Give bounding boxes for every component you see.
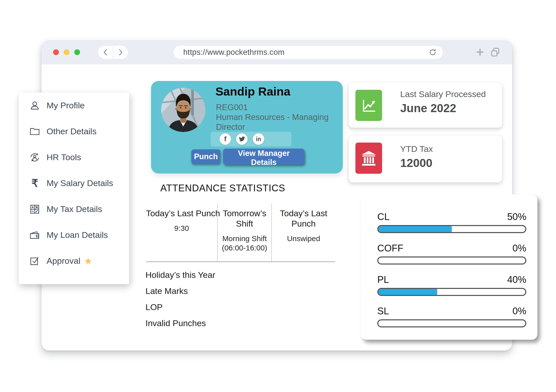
- approval-icon: [29, 255, 41, 267]
- leave-label: CL: [377, 211, 390, 222]
- last-salary-card: Last Salary Processed June 2022: [349, 82, 502, 128]
- attendance-divider: [146, 262, 335, 262]
- sidebar-item-label: Other Details: [47, 126, 96, 136]
- bank-icon: [355, 143, 382, 174]
- sidebar-item-approval[interactable]: Approval ★: [29, 248, 129, 274]
- list-item-lop: LOP: [145, 303, 215, 311]
- employee-designation: Human Resources - Managing Director: [216, 112, 337, 132]
- attendance-col-value: Unswiped: [274, 234, 333, 243]
- attendance-col-value: Morning Shift (06:00-16:00): [220, 234, 269, 252]
- pl-progress-bar: [377, 288, 526, 296]
- leave-label: COFF: [377, 243, 403, 253]
- avatar: [161, 88, 205, 132]
- list-item-holidays: Holiday’s this Year: [145, 271, 215, 279]
- sidebar-item-label: My Loan Details: [47, 230, 108, 240]
- attendance-col-value: 9:30: [146, 224, 217, 233]
- new-tab-button[interactable]: +: [472, 44, 488, 60]
- list-item-invalid-punches: Invalid Punches: [145, 319, 215, 327]
- view-manager-details-button[interactable]: View Manager Details: [223, 149, 305, 165]
- chart-up-icon: [355, 90, 382, 121]
- folder-icon: [29, 126, 41, 137]
- leave-percent: 50%: [507, 211, 526, 222]
- leave-row-sl: SL 0%: [377, 306, 526, 327]
- facebook-icon[interactable]: f: [219, 133, 231, 145]
- wallet-icon: [29, 229, 41, 241]
- sidebar-item-label: My Tax Details: [47, 204, 102, 214]
- sidebar-item-my-loan-details[interactable]: My Loan Details: [29, 222, 129, 248]
- attendance-col-header: Today’s Last Punch: [274, 208, 333, 229]
- leave-row-pl: PL 40%: [377, 274, 526, 296]
- sl-progress-bar: [377, 319, 526, 327]
- url-text: https://www.pockethrms.com: [183, 48, 284, 57]
- attendance-col-header: Today’s Last Punch: [146, 208, 217, 219]
- summary-card-label: YTD Tax: [400, 144, 433, 154]
- sidebar-item-other-details[interactable]: Other Details: [29, 118, 129, 144]
- ytd-tax-card: YTD Tax 12000: [349, 135, 502, 183]
- maximize-window-button[interactable]: [74, 49, 80, 55]
- sidebar-item-label: HR Tools: [47, 152, 81, 162]
- sidebar-menu: My Profile Other Details HR Tools ₹: [19, 93, 129, 284]
- employee-id: REG001: [216, 103, 248, 112]
- attendance-col-todays-last-punch-2: Today’s Last Punch Unswiped: [272, 204, 335, 262]
- sidebar-item-label: My Profile: [47, 101, 85, 110]
- punch-button[interactable]: Punch: [191, 149, 220, 164]
- sidebar-item-label: Approval: [47, 256, 80, 266]
- attendance-col-header: Tomorrow’s Shift: [220, 208, 269, 229]
- sidebar-item-label: My Salary Details: [47, 178, 113, 188]
- calculator-icon: [29, 203, 41, 215]
- leave-row-cl: CL 50%: [377, 211, 526, 233]
- close-window-button[interactable]: [53, 49, 59, 55]
- star-icon: ★: [84, 256, 92, 266]
- cl-progress-bar: [377, 225, 526, 233]
- pl-progress-fill: [378, 289, 437, 295]
- attendance-col-todays-last-punch: Today’s Last Punch 9:30: [146, 204, 218, 262]
- hr-tools-icon: [29, 152, 41, 163]
- attendance-col-tomorrows-shift: Tomorrow’s Shift Morning Shift (06:00-16…: [218, 204, 272, 262]
- browser-toolbar: https://www.pockethrms.com +: [42, 40, 512, 64]
- coff-progress-bar: [377, 256, 526, 265]
- back-button[interactable]: [98, 46, 113, 59]
- sidebar-item-my-salary-details[interactable]: ₹ My Salary Details: [29, 170, 129, 196]
- leave-row-coff: COFF 0%: [377, 243, 526, 265]
- linkedin-icon[interactable]: in: [253, 133, 264, 145]
- tab-overview-icon[interactable]: [490, 47, 501, 59]
- forward-button[interactable]: [113, 46, 128, 59]
- attendance-columns: Today’s Last Punch 9:30 Tomorrow’s Shift…: [146, 204, 335, 262]
- social-links: f in: [219, 133, 264, 145]
- sidebar-item-my-profile[interactable]: My Profile: [29, 93, 129, 118]
- leave-label: SL: [377, 306, 389, 316]
- user-icon: [29, 100, 41, 111]
- sidebar-item-my-tax-details[interactable]: My Tax Details: [29, 196, 129, 222]
- sidebar-item-hr-tools[interactable]: HR Tools: [29, 144, 129, 170]
- leave-label: PL: [377, 274, 389, 285]
- leave-percent: 0%: [512, 306, 526, 316]
- list-item-late-marks: Late Marks: [145, 287, 215, 295]
- address-bar[interactable]: https://www.pockethrms.com: [174, 46, 443, 59]
- nav-buttons: [98, 46, 128, 59]
- summary-card-label: Last Salary Processed: [400, 89, 486, 99]
- page: https://www.pockethrms.com +: [0, 0, 556, 392]
- twitter-icon[interactable]: [236, 133, 248, 145]
- leave-balance-card: CL 50% COFF 0% PL 40%: [361, 194, 537, 340]
- leave-percent: 0%: [512, 243, 526, 253]
- leave-percent: 40%: [507, 274, 526, 285]
- attendance-metrics-list: Holiday’s this Year Late Marks LOP Inval…: [145, 267, 215, 335]
- cl-progress-fill: [378, 226, 452, 232]
- refresh-icon[interactable]: [428, 48, 437, 57]
- employee-name: Sandip Raina: [215, 84, 290, 98]
- summary-card-value: 12000: [400, 156, 432, 170]
- minimize-window-button[interactable]: [64, 49, 69, 55]
- employee-profile-card: Sandip Raina REG001 Human Resources - Ma…: [151, 81, 343, 173]
- window-controls: [53, 49, 80, 55]
- summary-card-value: June 2022: [400, 101, 456, 115]
- attendance-statistics-title: ATTENDANCE STATISTICS: [160, 183, 285, 194]
- rupee-icon: ₹: [29, 178, 41, 189]
